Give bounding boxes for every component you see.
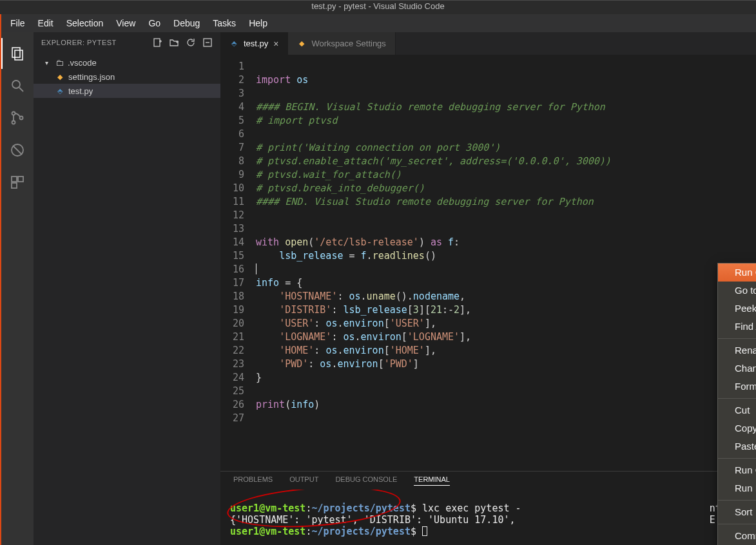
svg-rect-12 <box>154 39 160 46</box>
panel-tab-debug-console[interactable]: DEBUG CONSOLE <box>335 475 397 486</box>
context-item-copy[interactable]: CopyCtrl+C <box>718 419 756 437</box>
panel-tab-terminal[interactable]: TERMINAL <box>414 475 450 486</box>
editor-tab[interactable]: ◆Workspace Settings <box>288 32 395 55</box>
tree-label: .vscode <box>68 58 97 68</box>
chevron-down-icon: ▾ <box>45 59 52 66</box>
sidebar: EXPLORER: PYTEST ▾ 🗀 .vscode ◆ settings.… <box>34 32 220 545</box>
tab-label: test.py <box>244 39 268 48</box>
source-control-icon[interactable] <box>1 102 34 134</box>
file-tree: ▾ 🗀 .vscode ◆ settings.json ⬘ test.py <box>34 53 220 100</box>
svg-point-2 <box>12 81 20 88</box>
context-item-command-palette-[interactable]: Command Palette...Ctrl+Shift+P <box>718 527 756 545</box>
svg-point-5 <box>12 121 15 124</box>
code-editor[interactable]: 1234567891011121314151617181920212223242… <box>220 55 756 471</box>
collapse-icon[interactable] <box>202 37 213 48</box>
close-icon[interactable]: × <box>273 39 278 49</box>
menu-go[interactable]: Go <box>142 15 167 31</box>
debug-icon[interactable] <box>1 134 34 166</box>
terminal-output: {'HOSTNAME': 'pytest', 'DISTRIB': 'Ubunt… <box>230 514 516 526</box>
context-item-go-to-definition[interactable]: Go to DefinitionF12 <box>718 282 756 300</box>
menu-separator <box>718 458 756 459</box>
extensions-icon[interactable] <box>1 166 34 198</box>
tab-label: Workspace Settings <box>311 39 385 48</box>
menu-edit[interactable]: Edit <box>32 15 60 31</box>
menu-separator <box>718 500 756 501</box>
svg-line-8 <box>13 146 22 155</box>
terminal-user: user1@vm-test <box>230 502 305 514</box>
context-item-run-python-file-in-terminal[interactable]: Run Python File in Terminal <box>718 479 756 497</box>
explorer-icon[interactable] <box>1 37 34 70</box>
terminal-cursor <box>422 526 427 536</box>
svg-rect-10 <box>18 177 23 182</box>
editor-tab[interactable]: ⬘test.py× <box>220 32 288 55</box>
menu-tasks[interactable]: Tasks <box>206 15 242 31</box>
sidebar-title: EXPLORER: PYTEST <box>41 39 117 46</box>
line-gutter: 1234567891011121314151617181920212223242… <box>220 55 256 471</box>
editor-area: ⬘test.py×◆Workspace Settings 12345678910… <box>220 32 756 545</box>
panel-tab-problems[interactable]: PROBLEMS <box>233 475 273 486</box>
context-item-find-all-references[interactable]: Find All ReferencesShift+F12 <box>718 318 756 336</box>
context-item-format-document[interactable]: Format DocumentCtrl+Shift+I <box>718 378 756 396</box>
folder-icon: 🗀 <box>55 58 64 68</box>
context-item-run-current-unit-test-file[interactable]: Run Current Unit Test File <box>718 461 756 479</box>
terminal-cmd: lxc exec pytest - <box>416 502 521 514</box>
tree-file-test[interactable]: ⬘ test.py <box>34 84 220 98</box>
context-item-peek-definition[interactable]: Peek DefinitionCtrl+Shift+F10 <box>718 300 756 318</box>
context-item-run-code[interactable]: Run CodeAlt+Ctrl+N <box>718 263 756 282</box>
svg-point-6 <box>20 117 23 120</box>
tree-file-settings[interactable]: ◆ settings.json <box>34 70 220 84</box>
terminal-path: ~/projects/pytest <box>311 502 411 514</box>
context-item-sort-imports[interactable]: Sort Imports <box>718 503 756 521</box>
json-file-icon: ◆ <box>55 72 64 81</box>
code-content[interactable]: import os #### BEGIN. Visual Studio remo… <box>256 55 611 471</box>
context-menu: Run CodeAlt+Ctrl+NGo to DefinitionF12Pee… <box>717 263 756 545</box>
menu-debug[interactable]: Debug <box>167 15 206 31</box>
json-file-icon: ◆ <box>297 39 306 48</box>
python-file-icon: ⬘ <box>229 39 238 48</box>
panel-tabs: PROBLEMSOUTPUTDEBUG CONSOLETERMINAL <box>220 472 756 490</box>
sidebar-header: EXPLORER: PYTEST <box>34 32 220 53</box>
context-item-paste[interactable]: PasteCtrl+V <box>718 437 756 455</box>
new-folder-icon[interactable] <box>169 37 179 48</box>
menu-selection[interactable]: Selection <box>60 15 110 31</box>
menu-file[interactable]: File <box>4 15 32 31</box>
context-item-rename-symbol[interactable]: Rename SymbolF2 <box>718 341 756 359</box>
refresh-icon[interactable] <box>186 37 196 48</box>
sidebar-actions <box>152 37 213 48</box>
menu-bar: FileEditSelectionViewGoDebugTasksHelp <box>0 14 756 32</box>
menu-view[interactable]: View <box>110 15 142 31</box>
menu-help[interactable]: Help <box>242 15 274 31</box>
context-item-cut[interactable]: CutCtrl+X <box>718 401 756 419</box>
tree-label: settings.json <box>68 72 115 82</box>
svg-line-3 <box>19 88 23 91</box>
menu-separator <box>718 338 756 339</box>
menu-separator <box>718 398 756 399</box>
editor-tabs: ⬘test.py×◆Workspace Settings <box>220 32 756 55</box>
search-icon[interactable] <box>1 70 34 102</box>
tree-label: test.py <box>68 86 93 96</box>
terminal[interactable]: user1@vm-test:~/projects/pytest$ lxc exe… <box>220 490 756 545</box>
title-bar: test.py - pytest - Visual Studio Code <box>0 0 756 14</box>
activity-bar <box>1 32 34 545</box>
svg-rect-0 <box>12 48 20 57</box>
menu-separator <box>718 524 756 524</box>
svg-rect-11 <box>12 183 17 188</box>
svg-rect-1 <box>15 50 23 60</box>
tree-folder-vscode[interactable]: ▾ 🗀 .vscode <box>34 55 220 70</box>
context-item-change-all-occurrences[interactable]: Change All OccurrencesCtrl+F2 <box>718 359 756 378</box>
panel-tab-output[interactable]: OUTPUT <box>289 475 318 486</box>
svg-point-4 <box>12 112 15 115</box>
new-file-icon[interactable] <box>152 37 162 48</box>
bottom-panel: PROBLEMSOUTPUTDEBUG CONSOLETERMINAL user… <box>220 471 756 545</box>
svg-rect-9 <box>12 177 17 182</box>
python-file-icon: ⬘ <box>55 86 64 95</box>
